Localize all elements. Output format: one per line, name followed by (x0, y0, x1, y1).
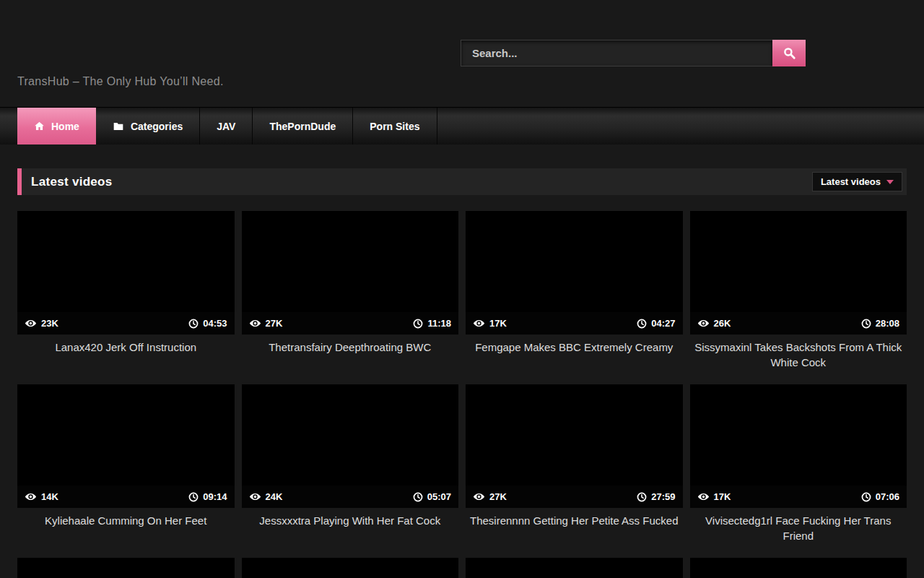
view-count: 23K (41, 318, 58, 329)
nav-tab-theporndude[interactable]: ThePornDude (253, 108, 353, 144)
clock-icon (413, 492, 423, 502)
clock-icon (188, 492, 199, 502)
video-title[interactable]: Femgape Makes BBC Extremely Creamy (468, 340, 680, 355)
video-card[interactable]: 26K 28:08 Sissymaxinl Takes Backshots Fr… (690, 211, 907, 384)
video-thumbnail[interactable]: 27K 27:59 (466, 384, 683, 508)
video-duration: 05:07 (427, 491, 451, 502)
clock-icon (861, 319, 871, 329)
video-card[interactable]: 27K 27:59 Thesirennnn Getting Her Petite… (466, 384, 683, 558)
nav-tab-porn-sites[interactable]: Porn Sites (353, 108, 437, 144)
duration-stat: 09:14 (188, 491, 227, 502)
view-count: 26K (714, 318, 731, 329)
site-tagline: TransHub – The Only Hub You’ll Need. (17, 75, 224, 88)
video-thumbnail[interactable] (690, 558, 907, 578)
eye-icon (473, 317, 485, 329)
duration-stat: 04:53 (188, 318, 227, 329)
video-thumbnail[interactable] (242, 558, 459, 578)
search-button[interactable] (772, 40, 806, 66)
eye-icon (25, 491, 37, 503)
video-thumbnail[interactable] (17, 558, 235, 578)
view-count-stat: 14K (25, 491, 58, 503)
video-card[interactable]: 17K 07:06 Vivisectedg1rl Face Fucking He… (690, 384, 907, 558)
video-thumbnail[interactable]: 24K 05:07 (242, 384, 459, 508)
video-thumbnail[interactable]: 17K 07:06 (690, 384, 907, 508)
video-thumbnail[interactable] (466, 558, 683, 578)
video-card[interactable]: 24K 05:07 Jessxxxtra Playing With Her Fa… (242, 384, 459, 558)
main-nav: HomeCategoriesJAVThePornDudePorn Sites (0, 107, 924, 144)
view-count-stat: 27K (473, 491, 507, 503)
view-count-stat: 23K (25, 317, 58, 329)
nav-tab-label: Categories (131, 121, 183, 132)
video-stats-bar: 14K 09:14 (17, 486, 235, 508)
view-count-stat: 26K (697, 317, 731, 329)
video-card[interactable]: 14K 09:14 Kyliehaale Cumming On Her Feet (17, 384, 235, 558)
video-card[interactable]: 23K 04:53 Lanax420 Jerk Off Instruction (17, 211, 235, 384)
clock-icon (637, 492, 647, 502)
view-count: 24K (266, 491, 283, 502)
nav-tab-label: ThePornDude (269, 121, 336, 132)
sort-dropdown[interactable]: Latest videos (812, 172, 902, 191)
search-input[interactable] (461, 40, 772, 66)
nav-tab-label: JAV (217, 121, 235, 132)
site-header: TransHub – The Only Hub You’ll Need. (0, 0, 924, 107)
nav-tab-categories[interactable]: Categories (96, 108, 200, 144)
view-count: 27K (266, 318, 283, 329)
duration-stat: 27:59 (637, 491, 675, 502)
video-stats-bar: 17K 07:06 (690, 486, 907, 508)
video-stats-bar: 23K 04:53 (17, 312, 235, 335)
sort-dropdown-label: Latest videos (821, 176, 881, 187)
view-count: 17K (489, 318, 507, 329)
nav-tab-label: Porn Sites (370, 121, 419, 132)
video-title[interactable]: Thesirennnn Getting Her Petite Ass Fucke… (468, 513, 680, 528)
clock-icon (637, 319, 647, 329)
home-icon (34, 121, 45, 131)
eye-icon (697, 317, 710, 329)
video-title[interactable]: Kyliehaale Cumming On Her Feet (20, 513, 232, 528)
video-duration: 09:14 (203, 491, 227, 502)
view-count-stat: 24K (249, 491, 283, 503)
nav-tab-home[interactable]: Home (17, 108, 96, 144)
view-count: 14K (41, 491, 58, 502)
video-title[interactable]: Thetransfairy Deepthroating BWC (245, 340, 456, 355)
search-form (461, 40, 806, 66)
video-thumbnail[interactable]: 23K 04:53 (17, 211, 235, 335)
video-title[interactable]: Sissymaxinl Takes Backshots From A Thick… (693, 340, 905, 370)
video-thumbnail[interactable]: 26K 28:08 (690, 211, 907, 335)
video-duration: 04:53 (203, 318, 227, 329)
video-stats-bar: 24K 05:07 (242, 486, 459, 508)
video-card[interactable] (242, 558, 459, 578)
video-card[interactable] (466, 558, 683, 578)
video-thumbnail[interactable]: 27K 11:18 (242, 211, 459, 335)
video-grid: 23K 04:53 Lanax420 Jerk Off Instruction (17, 211, 907, 578)
chevron-down-icon (886, 180, 894, 184)
view-count: 27K (489, 491, 507, 502)
video-title[interactable]: Lanax420 Jerk Off Instruction (20, 340, 232, 355)
eye-icon (249, 317, 261, 329)
video-thumbnail[interactable]: 17K 04:27 (466, 211, 683, 335)
duration-stat: 05:07 (413, 491, 451, 502)
eye-icon (697, 491, 710, 503)
view-count-stat: 27K (249, 317, 283, 329)
view-count-stat: 17K (473, 317, 507, 329)
video-card[interactable] (17, 558, 235, 578)
video-title[interactable]: Vivisectedg1rl Face Fucking Her Trans Fr… (693, 513, 905, 543)
video-duration: 07:06 (876, 491, 899, 502)
video-card[interactable] (690, 558, 907, 578)
view-count: 17K (714, 491, 731, 502)
clock-icon (861, 492, 871, 502)
video-thumbnail[interactable]: 14K 09:14 (17, 384, 235, 508)
video-duration: 27:59 (651, 491, 675, 502)
video-stats-bar: 17K 04:27 (466, 312, 683, 335)
video-card[interactable]: 17K 04:27 Femgape Makes BBC Extremely Cr… (466, 211, 683, 384)
view-count-stat: 17K (697, 491, 731, 503)
video-stats-bar: 27K 11:18 (242, 312, 459, 335)
main-content: Latest videos Latest videos 23K (0, 168, 924, 578)
folder-icon (113, 121, 124, 132)
video-duration: 04:27 (651, 318, 675, 329)
duration-stat: 28:08 (861, 318, 899, 329)
nav-tab-jav[interactable]: JAV (200, 108, 253, 144)
duration-stat: 07:06 (861, 491, 899, 502)
video-title[interactable]: Jessxxxtra Playing With Her Fat Cock (245, 513, 456, 528)
clock-icon (188, 319, 199, 329)
video-card[interactable]: 27K 11:18 Thetransfairy Deepthroating BW… (242, 211, 459, 384)
